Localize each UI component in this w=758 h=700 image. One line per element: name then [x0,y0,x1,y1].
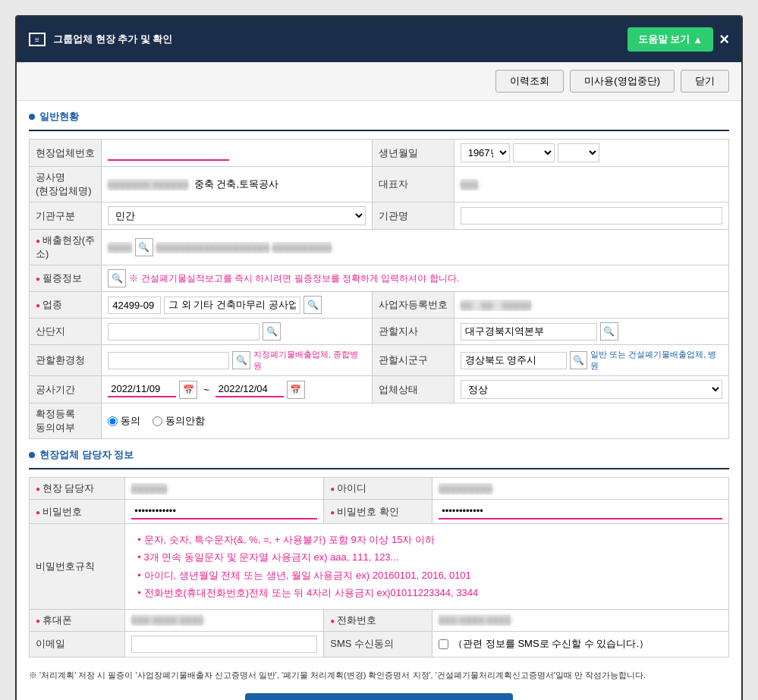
biz-reg-label: 사업자등록번호 [372,292,454,319]
city-group: 🔍 일반 또는 건설폐기물배출업체, 병원 [461,349,722,372]
document-icon: ≡ [29,33,46,46]
birth-year-select[interactable]: 1967년 [461,143,510,162]
row-discharge: 배출현장(주소) ■■■■ 🔍 ■■■■■■■■■■■■■■■■■■■ ■■■■… [30,230,729,265]
rule1: 문자, 숫자, 특수문자(&, %, =, + 사용불가) 포함 9자 이상 1… [137,531,722,548]
consent-disagree-radio[interactable]: 동의안함 [153,414,205,428]
general-form: 현장업체번호 생년월일 1967년 [29,139,729,439]
section2-divider [29,468,729,469]
section1-title: 일반현황 [29,110,729,124]
env-value: 🔍 지정폐기물배출업체, 종합병원 [102,345,372,376]
agency-type-label: 기관구분 [30,202,102,230]
jurisdiction-value: 🔍 [454,319,728,345]
phone-blurred: ■■■-■■■■-■■■■ [439,614,511,626]
consent-agree-radio[interactable]: 동의 [108,414,140,428]
env-tooltip: 지정폐기물배출업체, 종합병원 [253,349,366,372]
company-value: ■■■■■■■ ■■■■■■ 중축 건축,토목공사 [102,167,372,202]
email-input[interactable] [131,636,317,653]
manager-label: 현장 담당자 [30,478,125,500]
business-search-btn[interactable]: 🔍 [304,296,322,314]
row-business: 업종 🔍 사업자등록번호 ■■ - ■■ - ■■■■■ [30,292,729,319]
discharge-label: 배출현장(주소) [30,230,102,265]
company-suffix: 중축 건축,토목공사 [194,177,278,191]
password-rules-list: 문자, 숫자, 특수문자(&, %, =, + 사용불가) 포함 9자 이상 1… [131,528,722,605]
end-date-btn[interactable]: 📅 [287,381,305,399]
biz-reg-blurred: ■■ - ■■ - ■■■■■ [461,300,532,311]
site-number-label: 현장업체번호 [30,140,102,167]
row-agency: 기관구분 민간 기관명 [30,202,729,230]
agency-name-input[interactable] [461,207,722,224]
password-confirm-input[interactable] [439,504,722,520]
industrial-search-btn[interactable]: 🔍 [263,322,281,341]
discharge-group: ■■■■ 🔍 ■■■■■■■■■■■■■■■■■■■ ■■■■■■■■■■ [108,238,722,256]
site-number-input[interactable] [108,145,229,161]
discharge-search-btn[interactable]: 🔍 [135,238,153,256]
business-name-input[interactable] [164,297,300,314]
agency-name-label: 기관명 [372,202,454,230]
close-button[interactable]: 닫기 [681,70,729,93]
row-consent: 확정등록동의여부 동의 동의안함 [30,403,729,439]
end-date-input[interactable] [215,381,284,397]
row-manager-id: 현장 담당자 ■■■■■■ 아이디 ■■■■■■■■■ [30,478,729,500]
env-search-btn[interactable]: 🔍 [232,351,250,369]
contact-form: 현장 담당자 ■■■■■■ 아이디 ■■■■■■■■■ 비밀번호 비밀번호 확인 [29,477,729,658]
start-date-input[interactable] [108,381,176,397]
jurisdiction-group: 🔍 [461,322,722,341]
site-number-value [102,140,372,167]
modal-header: ≡ 그룹업체 현장 추가 및 확인 도움말 보기 ▲ × [17,17,741,62]
password-label: 비밀번호 [30,500,125,524]
rep-value: ■■■ [454,167,728,202]
date-separator: ~ [203,384,209,395]
save-button[interactable]: 저장 및 다음단계로(처리계획 작성) [245,693,513,700]
sms-checkbox[interactable] [439,639,448,649]
industrial-group: 🔍 [108,322,365,341]
period-label: 공사기간 [30,376,102,403]
cert-search-btn[interactable]: 🔍 [108,269,126,287]
status-label: 업체상태 [372,376,454,403]
industrial-label: 산단지 [30,319,102,345]
unused-button[interactable]: 미사용(영업중단) [570,70,675,93]
jurisdiction-input[interactable] [461,323,597,341]
consent-value: 동의 동의안함 [102,403,729,439]
rep-label: 대표자 [372,167,454,202]
modal-title: ≡ 그룹업체 현장 추가 및 확인 [29,33,172,46]
id-value: ■■■■■■■■■ [432,478,729,500]
mobile-value: ■■■-■■■■-■■■■ [125,609,324,631]
company-label: 공사명(현장업체명) [30,167,102,202]
consent-agree-input[interactable] [108,416,118,426]
business-group: 🔍 [108,296,365,314]
birth-day-select[interactable] [558,143,599,162]
close-x-button[interactable]: × [719,31,729,48]
biz-reg-value: ■■ - ■■ - ■■■■■ [454,292,728,319]
birth-month-select[interactable] [513,143,555,162]
row-password-rules: 비밀번호규칙 문자, 숫자, 특수문자(&, %, =, + 사용불가) 포함 … [30,524,729,610]
toolbar: 이력조회 미사용(영업중단) 닫기 [17,62,741,101]
rule4: 전화번호(휴대전화번호)전체 또는 뒤 4자리 사용금지 ex)01011223… [137,584,722,601]
jurisdiction-label: 관할지사 [372,319,454,345]
industrial-input[interactable] [108,323,259,341]
discharge-blurred1: ■■■■ [108,242,131,253]
phone-value: ■■■-■■■■-■■■■ [432,609,729,631]
history-button[interactable]: 이력조회 [495,70,564,93]
status-select[interactable]: 정상 [461,380,722,399]
company-blurred: ■■■■■■■ ■■■■■■ [108,179,188,190]
row-site-birth: 현장업체번호 생년월일 1967년 [30,140,729,167]
agency-type-select[interactable]: 민간 [108,206,365,225]
business-code-input[interactable] [108,297,161,314]
city-input[interactable] [461,352,567,369]
cert-notice: ※ 건설폐기물실적보고를 즉시 하시려면 필증정보를 정확하게 입력하셔야 합니… [129,272,459,285]
manager-value: ■■■■■■ [125,478,324,500]
sms-note: （관련 정보를 SMS로 수신할 수 있습니다.） [453,637,649,651]
env-label: 관할환경청 [30,345,102,376]
row-password: 비밀번호 비밀번호 확인 [30,500,729,524]
birth-group: 1967년 [461,143,722,162]
consent-disagree-input[interactable] [153,416,162,426]
city-search-btn[interactable]: 🔍 [570,351,588,369]
help-button[interactable]: 도움말 보기 ▲ [627,27,714,52]
discharge-blurred3: ■■■■■■■■■■ [272,242,332,253]
password-input[interactable] [131,504,317,520]
rules-label: 비밀번호규칙 [30,524,125,610]
env-input[interactable] [108,352,229,369]
start-date-btn[interactable]: 📅 [179,381,197,399]
jurisdiction-search-btn[interactable]: 🔍 [600,322,618,341]
cert-group: 🔍 ※ 건설폐기물실적보고를 즉시 하시려면 필증정보를 정확하게 입력하셔야 … [108,269,722,287]
